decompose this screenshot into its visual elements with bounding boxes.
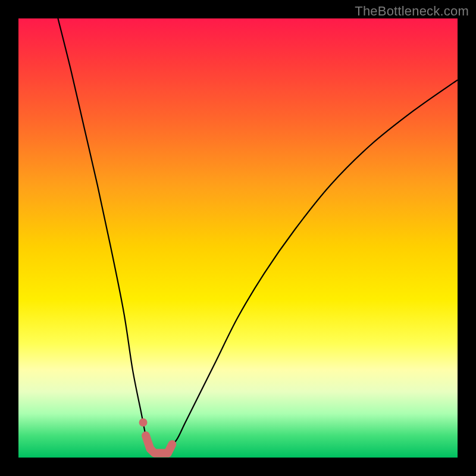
chart-frame: TheBottleneck.com [0, 0, 476, 476]
svg-point-0 [139, 418, 148, 427]
flat-bottom-markers [139, 418, 173, 453]
plot-area [18, 18, 458, 458]
chart-svg [18, 18, 458, 458]
watermark-text: TheBottleneck.com [355, 4, 469, 19]
bottleneck-curve [58, 18, 458, 453]
